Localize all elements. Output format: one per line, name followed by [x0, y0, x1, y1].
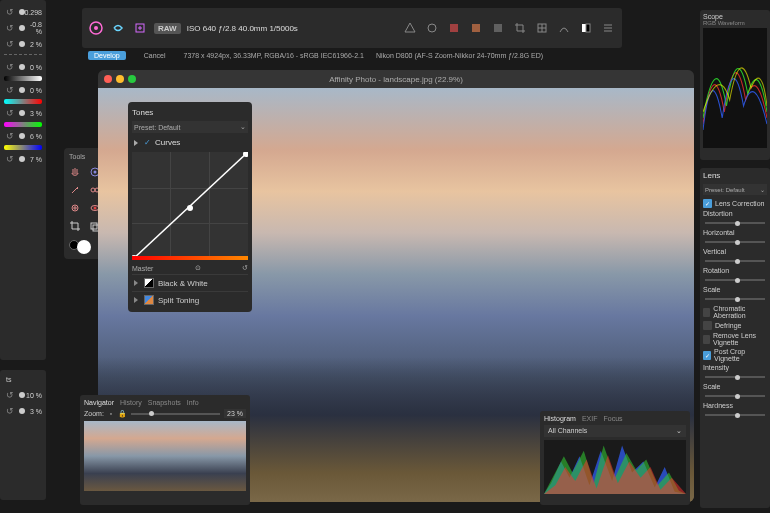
- gradient-indicator: [4, 122, 42, 127]
- preset-icon[interactable]: [446, 20, 462, 36]
- tab-exif[interactable]: EXIF: [582, 415, 598, 422]
- hardness-slider[interactable]: [705, 414, 765, 416]
- disclosure-closed-icon[interactable]: [132, 296, 140, 304]
- adjustment-slider[interactable]: ↺10 %: [4, 387, 42, 403]
- reset-icon[interactable]: ↺: [4, 61, 16, 73]
- reset-icon[interactable]: ↺: [4, 107, 16, 119]
- slider-value: -0.8 %: [22, 21, 42, 35]
- reset-icon[interactable]: ↺: [4, 405, 16, 417]
- adjustment-slider[interactable]: ↺-0.8 %: [4, 20, 42, 36]
- chromatic-checkbox[interactable]: [703, 308, 710, 317]
- histogram-panel: Histogram EXIF Focus All Channels⌄: [540, 411, 690, 505]
- tab-histogram[interactable]: Histogram: [544, 415, 576, 422]
- maximize-window-button[interactable]: [128, 75, 136, 83]
- reset-icon[interactable]: ↺: [4, 84, 16, 96]
- reset-icon[interactable]: ↺: [242, 264, 248, 272]
- swatch2-icon[interactable]: [490, 20, 506, 36]
- adjustment-slider[interactable]: ↺3 %: [4, 403, 42, 419]
- adjustment-slider[interactable]: ↺6 %: [4, 128, 42, 144]
- distortion-slider[interactable]: [705, 222, 765, 224]
- scale2-label: Scale: [703, 383, 767, 390]
- split-toning-label[interactable]: Split Toning: [158, 296, 199, 305]
- adjustment-slider[interactable]: ↺7 %: [4, 151, 42, 167]
- curves-section-label[interactable]: Curves: [155, 138, 180, 147]
- lens-preset-dropdown[interactable]: Preset: Default⌄: [703, 184, 767, 195]
- tab-focus[interactable]: Focus: [603, 415, 622, 422]
- tab-snapshots[interactable]: Snapshots: [148, 399, 181, 406]
- vertical-slider[interactable]: [705, 260, 765, 262]
- intensity-slider[interactable]: [705, 376, 765, 378]
- disclosure-closed-icon[interactable]: [132, 279, 140, 287]
- crop-tool[interactable]: [67, 218, 83, 234]
- brush-tool[interactable]: [67, 182, 83, 198]
- bw-checkbox[interactable]: [144, 278, 154, 288]
- lens-correction-checkbox[interactable]: ✓: [703, 199, 712, 208]
- curves-channel-dropdown[interactable]: Master: [132, 265, 153, 272]
- scale2-slider[interactable]: [705, 395, 765, 397]
- scope-mode[interactable]: RGB Waveform: [703, 20, 767, 26]
- persona-export-icon[interactable]: [132, 20, 148, 36]
- develop-button[interactable]: Develop: [88, 51, 126, 60]
- cancel-button[interactable]: Cancel: [138, 51, 172, 60]
- scale-slider[interactable]: [705, 298, 765, 300]
- reset-icon[interactable]: ↺: [4, 38, 16, 50]
- zoom-lock-icon[interactable]: 🔒: [118, 410, 127, 418]
- adjustment-slider[interactable]: ↺0 %: [4, 59, 42, 75]
- clip-warning-icon[interactable]: [402, 20, 418, 36]
- blemish-tool[interactable]: [67, 200, 83, 216]
- slider-value: 0 %: [22, 64, 42, 71]
- swatch1-icon[interactable]: [468, 20, 484, 36]
- exposure-info: ISO 640 ƒ/2.8 40.0mm 1/5000s: [187, 24, 298, 33]
- tab-navigator[interactable]: Navigator: [84, 399, 114, 406]
- disclosure-triangle-icon[interactable]: [132, 139, 140, 147]
- reset-icon[interactable]: ↺: [4, 130, 16, 142]
- minimize-window-button[interactable]: [116, 75, 124, 83]
- defringe-checkbox[interactable]: [703, 321, 712, 330]
- picker-icon[interactable]: ⊙: [195, 264, 201, 272]
- adjustment-slider[interactable]: ↺0.298: [4, 4, 42, 20]
- close-window-button[interactable]: [104, 75, 112, 83]
- grid-icon[interactable]: [534, 20, 550, 36]
- lens-panel: Lens Preset: Default⌄ ✓Lens Correction D…: [700, 168, 770, 508]
- bw-label[interactable]: Black & White: [158, 279, 208, 288]
- chevron-down-icon: ⌄: [676, 427, 682, 435]
- adjustment-slider[interactable]: ↺2 %: [4, 36, 42, 52]
- rotation-slider[interactable]: [705, 279, 765, 281]
- post-crop-checkbox[interactable]: ✓: [703, 351, 711, 360]
- reset-icon[interactable]: ↺: [4, 6, 16, 18]
- zoom-fit-icon[interactable]: ▫: [108, 410, 114, 417]
- hand-tool[interactable]: [67, 164, 83, 180]
- channels-dropdown[interactable]: All Channels⌄: [544, 425, 686, 437]
- reset-icon[interactable]: ↺: [4, 389, 16, 401]
- persona-develop-icon[interactable]: [88, 20, 104, 36]
- menu-icon[interactable]: [600, 20, 616, 36]
- tab-info[interactable]: Info: [187, 399, 199, 406]
- split-checkbox[interactable]: [144, 295, 154, 305]
- curves-toolbar-icon[interactable]: [556, 20, 572, 36]
- adjustment-slider[interactable]: ↺0 %: [4, 82, 42, 98]
- curves-editor[interactable]: [132, 152, 248, 260]
- scale-label: Scale: [703, 286, 767, 293]
- distortion-label: Distortion: [703, 210, 767, 217]
- bw-toolbar-icon[interactable]: [578, 20, 594, 36]
- background-color[interactable]: [77, 240, 91, 254]
- zoom-label: Zoom:: [84, 410, 104, 417]
- tones-preset-dropdown[interactable]: Preset: Default ⌄: [132, 121, 248, 133]
- reset-icon[interactable]: ↺: [4, 22, 16, 34]
- remove-lens-checkbox[interactable]: [703, 335, 710, 344]
- crop-toolbar-icon[interactable]: [512, 20, 528, 36]
- horizontal-slider[interactable]: [705, 241, 765, 243]
- zoom-slider[interactable]: [131, 413, 220, 415]
- reset-icon[interactable]: ↺: [4, 153, 16, 165]
- titlebar: Affinity Photo - landscape.jpg (22.9%): [98, 70, 694, 88]
- tab-history[interactable]: History: [120, 399, 142, 406]
- navigator-panel: Navigator History Snapshots Info Zoom: ▫…: [80, 395, 250, 505]
- raw-badge: RAW: [154, 23, 181, 34]
- persona-liquify-icon[interactable]: [110, 20, 126, 36]
- sync-icon[interactable]: [424, 20, 440, 36]
- navigator-preview[interactable]: [84, 421, 246, 491]
- main-toolbar: RAW ISO 640 ƒ/2.8 40.0mm 1/5000s: [82, 8, 622, 48]
- adjustment-slider[interactable]: ↺3 %: [4, 105, 42, 121]
- svg-point-15: [94, 207, 97, 210]
- vertical-label: Vertical: [703, 248, 767, 255]
